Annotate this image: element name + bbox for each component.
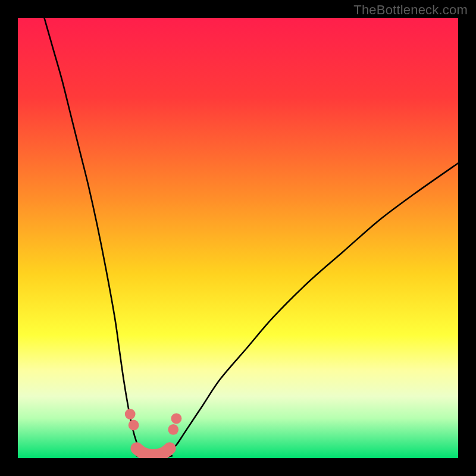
plot-area [18,18,458,458]
chart-frame: TheBottleneck.com [0,0,476,476]
valley-highlight [137,449,170,455]
marker-left-upper [125,409,136,419]
valley-thick-group [137,449,170,455]
curves-group [44,18,458,458]
series-left-branch [44,18,145,456]
curve-layer [18,18,458,458]
watermark-text: TheBottleneck.com [353,2,468,18]
series-right-branch [163,163,458,456]
marker-left-lower [129,420,139,431]
marker-right-lower [168,424,178,435]
marker-right-upper [171,414,182,424]
